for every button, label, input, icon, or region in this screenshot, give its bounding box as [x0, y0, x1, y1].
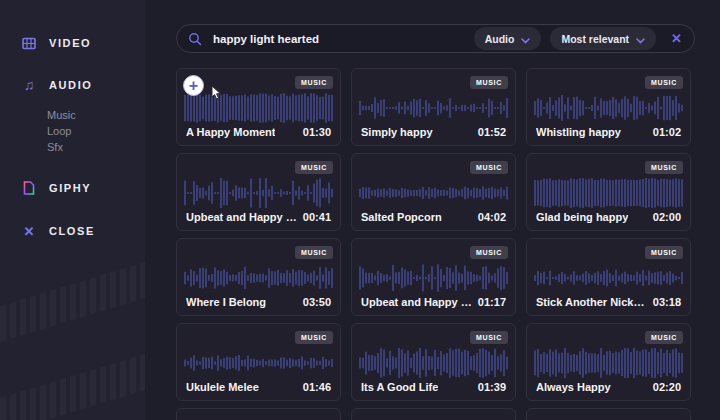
- track-waveform: [184, 178, 333, 208]
- track-meta: Always Happy 02:20: [536, 381, 681, 393]
- audio-track-card-partial[interactable]: [176, 408, 341, 420]
- audio-track-card[interactable]: MUSIC Upbeat and Happy (sho... 00:41 +: [176, 153, 341, 231]
- track-duration: 03:50: [303, 296, 331, 308]
- media-type-dropdown[interactable]: Audio: [474, 27, 542, 50]
- add-track-button[interactable]: +: [183, 75, 204, 96]
- track-duration: 02:20: [653, 381, 681, 393]
- audio-track-card[interactable]: MUSIC Simply happy 01:52 +: [351, 68, 516, 146]
- track-meta: Simply happy 01:52: [361, 126, 506, 138]
- track-title: Upbeat and Happy 01: [361, 296, 472, 308]
- audio-track-card[interactable]: MUSIC A Happy Moment 01:30 +: [176, 68, 341, 146]
- track-title: Stick Another Nickel in ...: [536, 296, 647, 308]
- track-title: Always Happy: [536, 381, 611, 393]
- music-note-icon: ♫: [22, 78, 36, 92]
- track-waveform: [184, 93, 333, 123]
- sidebar-item-label: CLOSE: [49, 225, 95, 237]
- track-type-badge: MUSIC: [295, 331, 333, 344]
- track-duration: 01:52: [478, 126, 506, 138]
- chevron-down-icon: [521, 30, 530, 48]
- audio-track-card[interactable]: MUSIC Upbeat and Happy 01 01:17 +: [351, 238, 516, 316]
- track-type-badge: MUSIC: [295, 161, 333, 174]
- results-grid: MUSIC A Happy Moment 01:30 + MUSIC Simpl…: [176, 68, 691, 420]
- track-waveform: [534, 348, 683, 378]
- track-type-badge: MUSIC: [470, 246, 508, 259]
- film-icon: [22, 36, 36, 50]
- track-waveform: [534, 93, 683, 123]
- track-type-badge: MUSIC: [645, 331, 683, 344]
- search-icon: [188, 32, 202, 46]
- track-waveform: [359, 263, 508, 293]
- track-title: Ukulele Melee: [186, 381, 259, 393]
- sidebar: VIDEO ♫ AUDIO Music Loop Sfx GIPHY ✕ CLO…: [0, 0, 145, 420]
- audio-submenu: Music Loop Sfx: [47, 110, 76, 153]
- track-meta: Glad being happy 02:00: [536, 211, 681, 223]
- close-x-icon: ✕: [22, 224, 36, 238]
- track-waveform: [359, 93, 508, 123]
- audio-track-card[interactable]: MUSIC Ukulele Melee 01:46 +: [176, 323, 341, 401]
- track-title: Simply happy: [361, 126, 433, 138]
- track-title: Whistling happy: [536, 126, 621, 138]
- track-meta: Stick Another Nickel in ... 03:18: [536, 296, 681, 308]
- sidebar-subitem-loop[interactable]: Loop: [47, 126, 76, 137]
- audio-track-card[interactable]: MUSIC Its A Good Life 01:39 +: [351, 323, 516, 401]
- track-waveform: [534, 263, 683, 293]
- track-title: Its A Good Life: [361, 381, 438, 393]
- audio-track-card-partial[interactable]: [351, 408, 516, 420]
- track-duration: 02:00: [653, 211, 681, 223]
- audio-track-card[interactable]: MUSIC Salted Popcorn 04:02 +: [351, 153, 516, 231]
- track-meta: Ukulele Melee 01:46: [186, 381, 331, 393]
- track-duration: 01:46: [303, 381, 331, 393]
- track-duration: 01:17: [478, 296, 506, 308]
- audio-track-card[interactable]: MUSIC Glad being happy 02:00 +: [526, 153, 691, 231]
- sort-dropdown[interactable]: Most relevant: [550, 27, 656, 50]
- track-duration: 01:39: [478, 381, 506, 393]
- track-type-badge: MUSIC: [645, 161, 683, 174]
- sidebar-item-label: AUDIO: [49, 79, 92, 91]
- track-title: Upbeat and Happy (sho...: [186, 211, 297, 223]
- track-meta: A Happy Moment 01:30: [186, 126, 331, 138]
- track-duration: 00:41: [303, 211, 331, 223]
- sidebar-item-giphy[interactable]: GIPHY: [22, 181, 91, 195]
- track-waveform: [534, 178, 683, 208]
- sort-dropdown-label: Most relevant: [561, 33, 629, 45]
- track-type-badge: MUSIC: [470, 76, 508, 89]
- giphy-page-icon: [22, 181, 36, 195]
- track-waveform: [184, 263, 333, 293]
- audio-track-card[interactable]: MUSIC Where I Belong 03:50 +: [176, 238, 341, 316]
- search-input[interactable]: [211, 32, 465, 46]
- audio-track-card[interactable]: MUSIC Stick Another Nickel in ... 03:18 …: [526, 238, 691, 316]
- track-type-badge: MUSIC: [470, 331, 508, 344]
- track-title: A Happy Moment: [186, 126, 275, 138]
- sidebar-subitem-music[interactable]: Music: [47, 110, 76, 121]
- audio-track-card[interactable]: MUSIC Whistling happy 01:02 +: [526, 68, 691, 146]
- sidebar-item-label: GIPHY: [49, 182, 91, 194]
- sidebar-decor-bars: [0, 262, 145, 342]
- sidebar-item-video[interactable]: VIDEO: [22, 36, 91, 50]
- track-waveform: [359, 348, 508, 378]
- track-duration: 03:18: [653, 296, 681, 308]
- track-duration: 01:30: [303, 126, 331, 138]
- track-meta: Upbeat and Happy (sho... 00:41: [186, 211, 331, 223]
- chevron-down-icon: [636, 30, 645, 48]
- media-type-dropdown-label: Audio: [485, 33, 515, 45]
- sidebar-decor-bars: [0, 354, 145, 420]
- track-duration: 04:02: [478, 211, 506, 223]
- track-waveform: [184, 348, 333, 378]
- search-bar: Audio Most relevant ✕: [176, 24, 695, 53]
- track-type-badge: MUSIC: [295, 246, 333, 259]
- track-meta: Whistling happy 01:02: [536, 126, 681, 138]
- track-meta: Upbeat and Happy 01 01:17: [361, 296, 506, 308]
- track-meta: Salted Popcorn 04:02: [361, 211, 506, 223]
- clear-search-icon[interactable]: ✕: [665, 31, 684, 46]
- sidebar-subitem-sfx[interactable]: Sfx: [47, 142, 76, 153]
- track-waveform: [359, 178, 508, 208]
- track-title: Salted Popcorn: [361, 211, 442, 223]
- sidebar-item-close[interactable]: ✕ CLOSE: [22, 224, 95, 238]
- track-meta: Where I Belong 03:50: [186, 296, 331, 308]
- track-type-badge: MUSIC: [470, 161, 508, 174]
- audio-track-card[interactable]: MUSIC Always Happy 02:20 +: [526, 323, 691, 401]
- audio-track-card-partial[interactable]: [526, 408, 691, 420]
- sidebar-item-audio[interactable]: ♫ AUDIO: [22, 78, 92, 92]
- sidebar-item-label: VIDEO: [49, 37, 91, 49]
- track-title: Where I Belong: [186, 296, 266, 308]
